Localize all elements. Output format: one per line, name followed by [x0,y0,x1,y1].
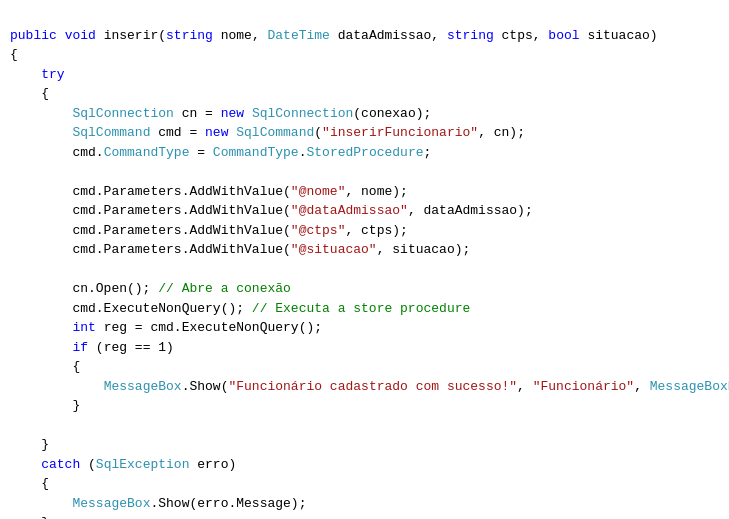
type-commandtype2: CommandType [213,145,299,160]
type-sqlconnection: SqlConnection [72,106,173,121]
code-editor: public void inserir(string nome, DateTim… [0,0,729,519]
type-messagebox2: MessageBox [72,496,150,511]
keyword-public: public [10,28,57,43]
string-funcionario: "Funcionário" [533,379,634,394]
keyword-string2: string [447,28,494,43]
type-commandtype: CommandType [104,145,190,160]
keyword-string1: string [166,28,213,43]
string-cadastrado: "Funcionário cadastrado com sucesso!" [228,379,517,394]
type-sqlexception: SqlException [96,457,190,472]
keyword-new1: new [221,106,244,121]
comment-abre: // Abre a conexão [158,281,291,296]
keyword-if: if [72,340,88,355]
keyword-new2: new [205,125,228,140]
type-sqlconnection2: SqlConnection [252,106,353,121]
keyword-bool: bool [548,28,579,43]
string-nome: "@nome" [291,184,346,199]
string-situacao: "@situacao" [291,242,377,257]
type-datetime: DateTime [267,28,329,43]
string-ctps: "@ctps" [291,223,346,238]
string-inserir: "inserirFuncionario" [322,125,478,140]
comment-executa: // Executa a store procedure [252,301,470,316]
type-messagebox: MessageBox [104,379,182,394]
type-sqlcommand2: SqlCommand [236,125,314,140]
type-storedprocedure: StoredProcedure [307,145,424,160]
keyword-try: try [41,67,64,82]
string-dataadmissao: "@dataAdmissao" [291,203,408,218]
type-sqlcommand: SqlCommand [72,125,150,140]
type-messageboxbuttons: MessageBoxButtons [650,379,729,394]
keyword-catch: catch [41,457,80,472]
keyword-void: void [65,28,96,43]
keyword-int: int [72,320,95,335]
